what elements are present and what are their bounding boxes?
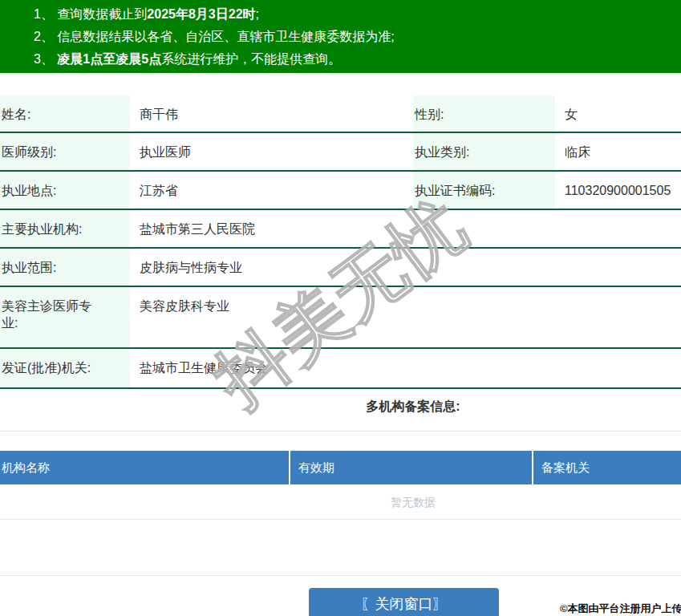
close-window-button[interactable]: 〖关闭窗口〗 <box>309 588 499 616</box>
info-value-r4c1: 盐城市第三人民医院 <box>130 210 681 249</box>
info-label-r1c1: 姓名: <box>0 95 130 133</box>
notice-line-1: 1、 查询数据截止到2025年8月3日22时; <box>34 3 681 26</box>
info-value-r5c1: 皮肤病与性病专业 <box>130 249 681 287</box>
info-value-r6c1: 美容皮肤科专业 <box>130 287 681 349</box>
info-value-r3c2: 110320900001505 <box>555 172 681 210</box>
filing-col-authority: 备案机关 <box>533 451 681 484</box>
info-value-r2c2: 临床 <box>555 133 681 172</box>
info-value-r1c2: 女 <box>555 95 681 133</box>
info-label-r1c2: 性别: <box>413 95 555 133</box>
info-label-r5c1: 执业范围: <box>0 249 130 287</box>
divider-line-bottom <box>0 575 681 576</box>
info-label-r2c2: 执业类别: <box>413 133 555 172</box>
notice-line-3: 3、 凌晨1点至凌晨5点系统进行维护，不能提供查询。 <box>34 48 681 71</box>
filing-section-title: 多机构备案信息: <box>0 399 681 415</box>
info-label-r6c1: 美容主诊医师专业: <box>0 287 130 349</box>
info-label-r3c1: 执业地点: <box>0 172 130 210</box>
info-label-r3c2: 执业证书编码: <box>413 172 555 210</box>
info-value-r2c1: 执业医师 <box>130 133 413 172</box>
filing-col-validity: 有效期 <box>290 451 533 484</box>
filing-empty-text: 暂无数据 <box>0 484 681 520</box>
filing-table-header: 机构名称有效期备案机关 <box>0 451 681 484</box>
info-label-r7c1: 发证(批准)机关: <box>0 349 130 389</box>
practitioner-info-table: 姓名:商干伟性别:女医师级别:执业医师执业类别:临床执业地点:江苏省执业证书编码… <box>0 95 681 389</box>
notice-banner: 1、 查询数据截止到2025年8月3日22时;2、 信息数据结果以各省、自治区、… <box>0 0 681 73</box>
info-label-r2c1: 医师级别: <box>0 133 130 172</box>
copyright-note: ©本图由平台注册用户上传 <box>560 602 681 616</box>
info-value-r1c1: 商干伟 <box>130 95 413 133</box>
info-value-r3c1: 江苏省 <box>130 172 413 210</box>
filing-col-institution: 机构名称 <box>0 451 290 484</box>
notice-line-2: 2、 信息数据结果以各省、自治区、直辖市卫生健康委数据为准; <box>34 26 681 48</box>
info-value-r7c1: 盐城市卫生健康委员会 <box>130 349 681 389</box>
info-label-r4c1: 主要执业机构: <box>0 210 130 249</box>
divider-line-top <box>0 431 681 432</box>
